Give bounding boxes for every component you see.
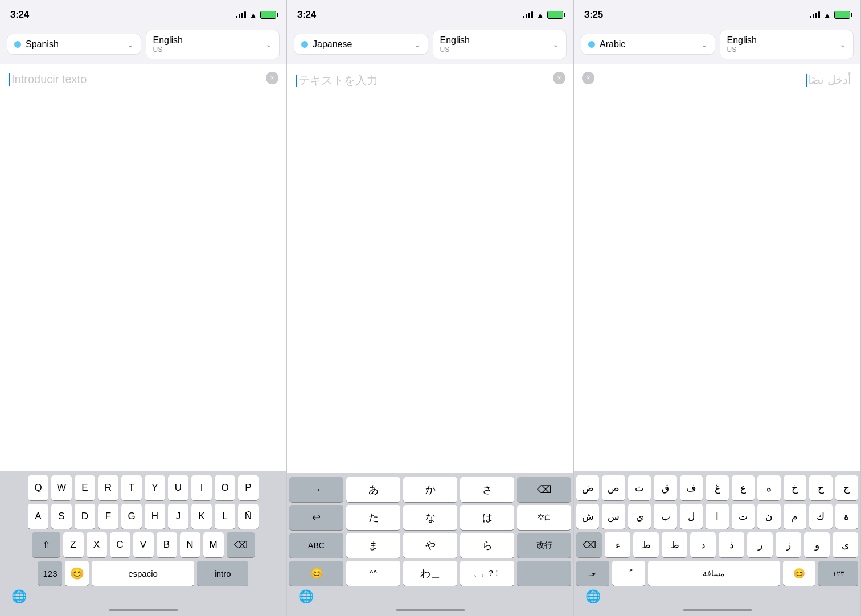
clear-button[interactable]: × <box>582 72 594 84</box>
jp-key-ha[interactable]: は <box>460 505 514 530</box>
text-input-area[interactable]: × Introducir texto <box>0 64 286 471</box>
ar-delete-key[interactable]: ⌫ <box>576 532 602 557</box>
key-g[interactable]: G <box>121 504 142 529</box>
key-k[interactable]: K <box>191 504 212 529</box>
jp-key-ra[interactable]: ら <box>460 533 514 558</box>
shift-key[interactable]: ⇧ <box>32 532 60 557</box>
ar-key-kha[interactable]: خ <box>784 475 806 500</box>
source-lang-selector[interactable]: Japanese ⌄ <box>294 34 428 55</box>
ar-key-dhal[interactable]: ذ <box>719 532 744 557</box>
ar-return-key[interactable]: جـ <box>576 561 609 586</box>
key-i[interactable]: I <box>191 475 212 500</box>
target-lang-selector[interactable]: English US ⌄ <box>720 30 854 59</box>
ar-key-dha[interactable]: ظ <box>662 532 687 557</box>
key-p[interactable]: P <box>238 475 259 500</box>
ar-key-ha2[interactable]: ه <box>757 475 780 500</box>
key-e[interactable]: E <box>75 475 95 500</box>
ar-key-shin[interactable]: ش <box>576 504 599 529</box>
key-d[interactable]: D <box>75 504 95 529</box>
key-w[interactable]: W <box>51 475 72 500</box>
jp-key-a[interactable]: あ <box>346 477 400 502</box>
ar-key-lam[interactable]: ل <box>680 504 703 529</box>
ar-key-ya[interactable]: ي <box>628 504 651 529</box>
globe-key[interactable]: 🌐 <box>7 587 31 606</box>
key-l[interactable]: L <box>215 504 235 529</box>
ar-key-ta-marbuta[interactable]: ة <box>835 504 858 529</box>
ar-key-fa[interactable]: ف <box>680 475 703 500</box>
ar-key-alef[interactable]: ا <box>706 504 728 529</box>
ar-key-ghain[interactable]: غ <box>706 475 728 500</box>
target-lang-selector[interactable]: English US ⌄ <box>146 30 280 59</box>
ar-key-dal[interactable]: د <box>690 532 716 557</box>
key-n-tilde[interactable]: Ñ <box>238 504 259 529</box>
ar-key-sin[interactable]: س <box>602 504 625 529</box>
ar-key-ja[interactable]: ج <box>835 475 858 500</box>
ar-space-key[interactable]: مسافة <box>648 561 780 586</box>
ar-tanwin-key[interactable]: ً <box>612 561 645 586</box>
ar-key-meem[interactable]: م <box>784 504 806 529</box>
ar-key-ta[interactable]: ت <box>732 504 755 529</box>
key-u[interactable]: U <box>168 475 188 500</box>
ar-key-dad[interactable]: ض <box>576 475 599 500</box>
key-c[interactable]: C <box>110 532 130 557</box>
globe-key[interactable]: 🌐 <box>294 587 318 606</box>
globe-key[interactable]: 🌐 <box>581 587 605 606</box>
delete-key[interactable]: ⌫ <box>517 477 571 502</box>
delete-key[interactable]: ⌫ <box>227 532 255 557</box>
key-t[interactable]: T <box>121 475 142 500</box>
ar-key-alef-maqsura[interactable]: ى <box>833 532 858 557</box>
ar-key-zay[interactable]: ز <box>776 532 801 557</box>
key-x[interactable]: X <box>87 532 107 557</box>
number-key[interactable]: 123 <box>38 561 62 586</box>
jp-return-key[interactable] <box>517 561 571 586</box>
jp-key-na[interactable]: な <box>403 505 457 530</box>
key-o[interactable]: O <box>215 475 235 500</box>
jp-emoji-key[interactable]: 😊 <box>289 561 343 586</box>
ar-emoji-key[interactable]: 😊 <box>783 561 816 586</box>
key-r[interactable]: R <box>98 475 118 500</box>
jp-space-key[interactable]: 空白 <box>517 505 571 530</box>
source-lang-selector[interactable]: Spanish ⌄ <box>7 34 141 55</box>
ar-key-ra[interactable]: ر <box>747 532 773 557</box>
jp-key-abc[interactable]: ABC <box>289 533 343 558</box>
key-s[interactable]: S <box>51 504 72 529</box>
ar-key-hamza[interactable]: ء <box>605 532 630 557</box>
emoji-key[interactable]: 😊 <box>65 561 89 586</box>
space-key[interactable]: espacio <box>92 561 194 586</box>
jp-key-ya[interactable]: や <box>403 533 457 558</box>
jp-key-ta[interactable]: た <box>346 505 400 530</box>
jp-key-caret[interactable]: ^^ <box>346 561 400 586</box>
ar-key-qaf[interactable]: ق <box>654 475 676 500</box>
jp-key-undo[interactable]: ↩ <box>289 505 343 530</box>
clear-button[interactable]: × <box>553 72 565 84</box>
jp-key-ma[interactable]: ま <box>346 533 400 558</box>
jp-key-arrow[interactable]: → <box>289 477 343 502</box>
key-a[interactable]: A <box>28 504 48 529</box>
return-key[interactable]: intro <box>197 561 248 586</box>
key-j[interactable]: J <box>168 504 188 529</box>
jp-key-punct[interactable]: 、。?！ <box>460 561 514 586</box>
key-m[interactable]: M <box>203 532 224 557</box>
ar-key-kaf[interactable]: ك <box>809 504 832 529</box>
key-y[interactable]: Y <box>145 475 165 500</box>
ar-key-ain[interactable]: ع <box>732 475 755 500</box>
text-input-area[interactable]: × テキストを入力 <box>287 64 573 473</box>
jp-key-ka[interactable]: か <box>403 477 457 502</box>
ar-key-nun[interactable]: ن <box>757 504 780 529</box>
key-h[interactable]: H <box>145 504 165 529</box>
jp-enter-key[interactable]: 改行 <box>517 533 571 558</box>
target-lang-selector[interactable]: English US ⌄ <box>433 30 567 59</box>
ar-key-sad[interactable]: ص <box>602 475 625 500</box>
ar-key-tha[interactable]: ث <box>628 475 651 500</box>
ar-key-ba[interactable]: ب <box>654 504 676 529</box>
key-n[interactable]: N <box>180 532 200 557</box>
key-f[interactable]: F <box>98 504 118 529</box>
source-lang-selector[interactable]: Arabic ⌄ <box>581 34 715 55</box>
key-v[interactable]: V <box>133 532 154 557</box>
ar-key-tta[interactable]: ط <box>633 532 659 557</box>
jp-key-wa[interactable]: わ＿ <box>403 561 457 586</box>
text-input-area[interactable]: × أدخل نصًا <box>574 64 860 471</box>
ar-key-waw[interactable]: و <box>804 532 830 557</box>
ar-key-ha[interactable]: ح <box>809 475 832 500</box>
ar-num-key[interactable]: ١٢٣ <box>818 561 858 586</box>
